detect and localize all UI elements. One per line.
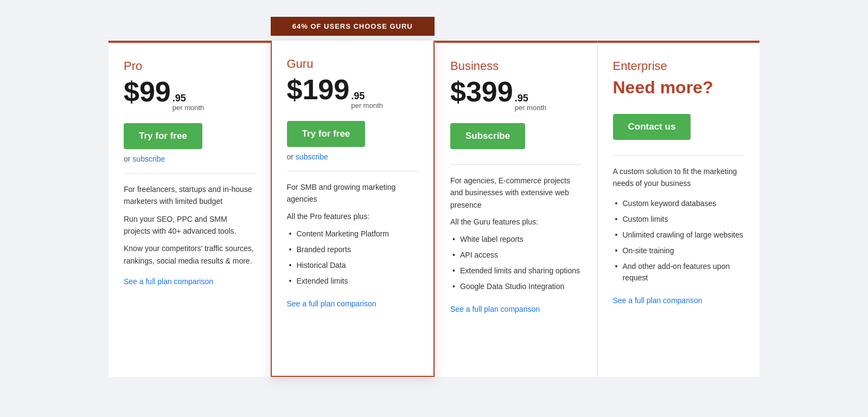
feature-item: Custom limits [613,211,745,227]
subscribe-link-pro[interactable]: subscribe [132,155,165,163]
plan-name-enterprise: Enterprise [613,59,745,73]
price-row-business: $399 .95 per month [450,78,582,112]
plan-description-business: For agencies, E-commerce projects and bu… [450,175,582,211]
divider-guru [287,171,419,171]
feature-item: Custom keyword databases [613,196,745,211]
pro-descriptions: For freelancers, startups and in-house m… [124,183,256,267]
divider-business [450,164,582,165]
price-period-business: per month [515,104,547,112]
featured-badge: 64% OF USERS CHOOSE GURU [271,17,435,36]
cta-button-enterprise[interactable]: Contact us [613,114,691,140]
cta-button-pro[interactable]: Try for free [124,123,202,149]
price-period-guru: per month [351,101,383,110]
enterprise-need-more: Need more? [613,78,745,98]
or-subscribe-pro: or subscribe [124,155,256,163]
plan-card-pro: Pro $99 .95 per month Try for free or su… [108,41,271,377]
see-comparison-business[interactable]: See a full plan comparison [450,305,540,313]
features-list-business: White label reportsAPI accessExtended li… [450,232,582,294]
cta-button-business[interactable]: Subscribe [450,123,525,149]
cta-button-guru[interactable]: Try for free [287,121,366,147]
feature-item: Content Marketing Platform [287,226,419,242]
subscribe-link-guru[interactable]: subscribe [296,152,328,161]
price-row-guru: $199 .95 per month [287,75,419,110]
price-main-business: $399 [450,78,513,106]
feature-item: And other add-on features upon request [613,259,745,286]
features-intro-business: All the Guru features plus: [450,217,582,226]
see-comparison-enterprise[interactable]: See a full plan comparison [613,296,703,305]
features-list-enterprise: Custom keyword databasesCustom limitsUnl… [613,196,745,286]
plan-card-enterprise: EnterpriseNeed more?Contact usA custom s… [597,41,760,377]
plan-name-guru: Guru [287,57,419,71]
price-period-pro: per month [173,104,205,112]
feature-item: On-site training [613,243,745,259]
plan-card-guru: 64% OF USERS CHOOSE GURUGuru $199 .95 pe… [271,41,435,377]
price-main-pro: $99 [124,78,171,106]
price-main-guru: $199 [287,75,350,104]
plan-name-business: Business [450,59,582,73]
pricing-container: Pro $99 .95 per month Try for free or su… [108,41,760,377]
plan-card-business: Business $399 .95 per month SubscribeFor… [435,41,597,377]
plan-description-enterprise: A custom solution to fit the marketing n… [613,165,745,190]
price-cents-pro: .95 [173,93,205,104]
divider-pro [124,173,256,174]
see-comparison-pro[interactable]: See a full plan comparison [124,277,213,286]
feature-item: Branded reports [287,242,419,258]
description-text: Run your SEO, PPC and SMM projects with … [124,213,256,238]
features-list-guru: Content Marketing PlatformBranded report… [287,226,419,289]
feature-item: White label reports [450,232,582,247]
features-intro-guru: All the Pro features plus: [287,212,419,221]
plan-description-guru: For SMB and growing marketing agencies [287,181,419,206]
feature-item: Google Data Studio Integration [450,279,582,294]
price-cents-block-pro: .95 per month [173,93,205,112]
price-cents-guru: .95 [351,91,383,102]
feature-item: Extended limits and sharing options [450,263,582,279]
feature-item: Extended limits [287,273,419,289]
price-cents-block-business: .95 per month [515,93,547,112]
feature-item: API access [450,247,582,263]
see-comparison-guru[interactable]: See a full plan comparison [287,299,376,308]
price-cents-block-guru: .95 per month [351,91,383,110]
feature-item: Unlimited crawling of large websites [613,227,745,243]
description-text: For freelancers, startups and in-house m… [124,183,256,208]
feature-item: Historical Data [287,258,419,273]
plan-name-pro: Pro [124,59,256,73]
price-row-pro: $99 .95 per month [124,78,256,112]
or-subscribe-guru: or subscribe [287,152,419,161]
divider-enterprise [613,155,745,156]
description-text: Know your competitors' traffic sources, … [124,242,256,267]
price-cents-business: .95 [515,93,547,104]
